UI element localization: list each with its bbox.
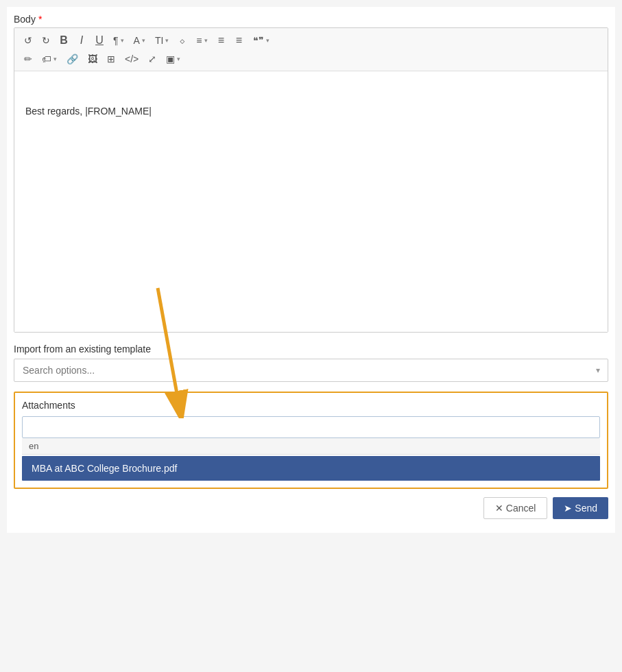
quote-button[interactable]: ❝❞ ▾ — [249, 33, 274, 48]
table-button[interactable]: ⊞ — [103, 51, 119, 67]
attachments-label: Attachments — [22, 400, 600, 411]
tag-button[interactable]: 🏷 ▾ — [38, 51, 61, 67]
font-color-button[interactable]: A ▾ — [130, 33, 149, 48]
search-options-input[interactable] — [14, 359, 608, 382]
cancel-button[interactable]: ✕ Cancel — [483, 497, 547, 519]
editor-content-area[interactable]: Best regards, |FROM_NAME| — [14, 71, 608, 332]
ordered-list-button[interactable]: ≡ — [213, 32, 230, 49]
editor-text: Best regards, |FROM_NAME| — [25, 106, 597, 117]
italic-button[interactable]: I — [73, 32, 90, 49]
eraser-button[interactable]: ✏ — [20, 51, 36, 67]
toolbar-row-2: ✏ 🏷 ▾ 🔗 🖼 ⊞ </> ⤢ ▣ ▾ — [20, 51, 602, 67]
undo-button[interactable]: ↺ — [20, 33, 36, 48]
code-button[interactable]: </> — [121, 51, 143, 67]
paragraph-button[interactable]: ¶ ▾ — [109, 33, 128, 48]
language-tag: en — [22, 438, 600, 455]
required-marker: * — [38, 14, 42, 25]
expand-button[interactable]: ⤢ — [144, 51, 160, 67]
rich-text-editor[interactable]: ↺ ↻ B I U ¶ ▾ A ▾ TI ▾ ⬦ ≡ ▾ ≡ ≡ ❝❞ ▾ ✏ — [14, 27, 608, 333]
toolbar-row-1: ↺ ↻ B I U ¶ ▾ A ▾ TI ▾ ⬦ ≡ ▾ ≡ ≡ ❝❞ ▾ — [20, 32, 602, 49]
align-button[interactable]: ≡ ▾ — [192, 33, 211, 48]
search-options-dropdown[interactable]: ▾ — [14, 359, 608, 382]
body-label: Body * — [14, 14, 608, 25]
redo-button[interactable]: ↻ — [38, 33, 54, 48]
underline-button[interactable]: U — [91, 32, 108, 49]
editor-toolbar: ↺ ↻ B I U ¶ ▾ A ▾ TI ▾ ⬦ ≡ ▾ ≡ ≡ ❝❞ ▾ ✏ — [14, 28, 608, 71]
unordered-list-button[interactable]: ≡ — [231, 32, 248, 49]
send-button[interactable]: ➤ Send — [553, 497, 608, 519]
dropper-button[interactable]: ⬦ — [174, 32, 191, 49]
attachments-section: Attachments en MBA at ABC College Brochu… — [14, 392, 608, 489]
attachments-search-input[interactable] — [22, 416, 600, 438]
attachment-file-item[interactable]: MBA at ABC College Brochure.pdf — [22, 456, 600, 481]
layers-button[interactable]: ▣ ▾ — [162, 51, 184, 67]
bold-button[interactable]: B — [56, 32, 72, 49]
import-label: Import from an existing template — [14, 344, 608, 355]
footer-buttons: ✕ Cancel ➤ Send — [14, 497, 608, 519]
body-label-text: Body — [14, 14, 36, 25]
link-button[interactable]: 🔗 — [62, 51, 82, 67]
image-button[interactable]: 🖼 — [84, 51, 101, 67]
text-size-button[interactable]: TI ▾ — [151, 33, 173, 48]
